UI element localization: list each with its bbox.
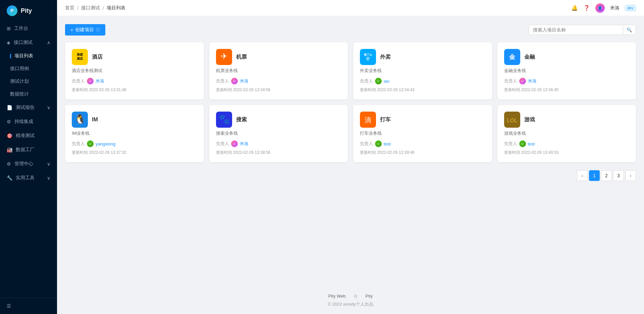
precision-icon: 🎯	[7, 133, 12, 138]
avatar-icon: 👤	[597, 6, 602, 10]
project-owner-4: 负责人 U 米洛	[504, 78, 630, 84]
svg-text:美团: 美团	[76, 53, 83, 56]
sidebar-logo[interactable]: P Pity	[0, 0, 57, 21]
page-btn-3[interactable]: 3	[613, 170, 624, 181]
page-next-btn[interactable]: ›	[625, 170, 636, 181]
chevron-up-icon: ∧	[47, 40, 50, 45]
tools-icon: 🔧	[7, 175, 12, 181]
project-desc-2: 机票业务线	[216, 68, 341, 74]
owner-name-5: yangxiong	[96, 141, 115, 146]
project-card-1[interactable]: 美团酒店 酒店 酒店业务线测试 负责人 U 米洛 更新时间 2022-02-26…	[65, 42, 204, 100]
project-owner-8: 负责人 U test	[504, 140, 630, 147]
project-time-1: 更新时间 2022-02-26 13:31:48	[72, 87, 197, 93]
project-logo-4: 金	[504, 49, 520, 65]
project-logo-5: 🐧	[72, 112, 88, 128]
page-prev-btn[interactable]: ‹	[577, 170, 588, 181]
project-owner-6: 负责人 U 米洛	[216, 140, 341, 147]
owner-avatar-6: U	[231, 140, 238, 147]
sidebar-collapse-btn[interactable]: ☰	[0, 298, 57, 314]
project-name-5: IM	[92, 117, 98, 123]
project-time-6: 更新时间 2022-02-26 13:38:56	[216, 150, 341, 155]
search-box: 🔍	[529, 25, 636, 35]
project-card-5[interactable]: 🐧 IM IM业务线 负责人 U yangxiong 更新时间 2022-02-…	[65, 105, 204, 162]
dev-badge: dev	[625, 5, 636, 11]
svg-text:金: 金	[509, 54, 516, 60]
help-icon[interactable]: ❓	[583, 5, 590, 11]
breadcrumb-sep-1: /	[77, 5, 78, 11]
project-card-4[interactable]: 金 金融 金融业务线 负责人 U 米洛 更新时间 2022-02-26 13:3…	[497, 42, 636, 100]
project-card-6[interactable]: 🐾 搜索 搜索业务线 负责人 U 米洛 更新时间 2022-02-26 13:3…	[209, 105, 348, 162]
sidebar-item-test-plan[interactable]: 测试计划	[0, 75, 57, 88]
svg-text:LOL: LOL	[507, 118, 518, 123]
project-name-8: 游戏	[524, 116, 535, 123]
project-desc-3: 外卖业务线	[360, 68, 485, 74]
svg-text:🐾: 🐾	[218, 114, 230, 125]
plus-icon: +	[70, 27, 73, 33]
owner-name-8: test	[528, 141, 535, 146]
project-name-3: 外卖	[380, 54, 391, 61]
user-name[interactable]: 米洛	[610, 5, 620, 11]
svg-text:e: e	[366, 55, 370, 62]
owner-avatar-1: U	[87, 78, 94, 84]
project-time-8: 更新时间 2022-02-26 13:40:53	[504, 150, 630, 155]
search-input[interactable]	[529, 25, 623, 35]
project-owner-3: 负责人 U lan	[360, 78, 485, 84]
owner-name-7: test	[384, 141, 391, 146]
page-btn-2[interactable]: 2	[601, 170, 612, 181]
sidebar-item-test-report[interactable]: 📄 测试报告 ∨	[0, 101, 57, 115]
project-time-4: 更新时间 2022-02-26 13:36:45	[504, 87, 630, 93]
api-test-icon: ◈	[7, 40, 10, 45]
page-btn-1[interactable]: 1	[589, 170, 600, 181]
info-icon: ⓘ	[96, 27, 100, 33]
project-card-2[interactable]: ✈ 机票 机票业务线 负责人 U 米洛 更新时间 2022-02-26 13:3…	[209, 42, 348, 100]
sidebar-item-api-cases[interactable]: 接口用例	[0, 62, 57, 75]
card-header: 🐧 IM	[72, 112, 197, 128]
sidebar-item-ci[interactable]: ⚙ 持续集成	[0, 115, 57, 129]
sidebar-item-admin[interactable]: ⚙ 管理中心 ∨	[0, 157, 57, 171]
footer-link-pity[interactable]: Pity	[366, 294, 373, 299]
project-desc-6: 搜索业务线	[216, 130, 341, 136]
project-logo-3: 饿了么e	[360, 49, 376, 65]
sidebar-item-precision[interactable]: 🎯 精准测试	[0, 129, 57, 143]
project-desc-8: 游戏业务线	[504, 130, 630, 136]
project-card-8[interactable]: LOL 游戏 游戏业务线 负责人 U test 更新时间 2022-02-26 …	[497, 105, 636, 162]
footer-link-web[interactable]: Pity Web	[328, 294, 346, 299]
card-header: 饿了么e 外卖	[360, 49, 485, 65]
svg-text:✈: ✈	[221, 52, 227, 61]
project-time-7: 更新时间 2022-02-26 13:39:46	[360, 150, 485, 155]
workbench-icon: ⊞	[7, 26, 11, 31]
breadcrumb-api-test[interactable]: 接口测试	[81, 5, 100, 11]
search-icon: 🔍	[627, 27, 632, 33]
sidebar-item-data-factory[interactable]: 🏭 数据工厂	[0, 143, 57, 157]
project-logo-8: LOL	[504, 112, 520, 128]
project-owner-5: 负责人 U yangxiong	[72, 140, 197, 147]
app-name: Pity	[21, 7, 32, 14]
project-desc-4: 金融业务线	[504, 68, 630, 74]
project-time-2: 更新时间 2022-02-26 13:34:56	[216, 87, 341, 93]
project-name-4: 金融	[524, 54, 535, 61]
project-owner-1: 负责人 U 米洛	[72, 78, 197, 84]
sidebar-item-tools[interactable]: 🔧 实用工具 ∨	[0, 171, 57, 185]
svg-text:🐧: 🐧	[74, 114, 86, 125]
user-avatar: 👤	[595, 3, 605, 13]
project-card-7[interactable]: 滴 打车 打车业务线 负责人 U test 更新时间 2022-02-26 13…	[353, 105, 492, 162]
sidebar-item-api-test[interactable]: ◈ 接口测试 ∧	[0, 36, 57, 50]
owner-avatar-8: U	[519, 140, 526, 147]
breadcrumb: 首页 / 接口测试 / 项目列表	[65, 5, 125, 11]
top-header: 首页 / 接口测试 / 项目列表 🔔 ❓ 👤 米洛 dev	[57, 0, 644, 16]
project-name-7: 打车	[380, 116, 391, 123]
notification-icon[interactable]: 🔔	[571, 5, 578, 11]
project-card-3[interactable]: 饿了么e 外卖 外卖业务线 负责人 U lan 更新时间 2022-02-26 …	[353, 42, 492, 100]
sidebar-item-workbench[interactable]: ⊞ 工作台	[0, 21, 57, 36]
svg-text:酒店: 酒店	[77, 57, 83, 60]
create-project-button[interactable]: + 创建项目 ⓘ	[65, 24, 105, 36]
breadcrumb-home[interactable]: 首页	[65, 5, 74, 11]
sidebar-item-data-stats[interactable]: 数据统计	[0, 88, 57, 101]
project-logo-1: 美团酒店	[72, 49, 88, 65]
search-button[interactable]: 🔍	[623, 25, 636, 35]
sidebar-item-project-list[interactable]: 项目列表	[0, 50, 57, 62]
card-header: LOL 游戏	[504, 112, 630, 128]
project-logo-2: ✈	[216, 49, 232, 65]
project-owner-7: 负责人 U test	[360, 140, 485, 147]
owner-name-3: lan	[384, 79, 389, 84]
